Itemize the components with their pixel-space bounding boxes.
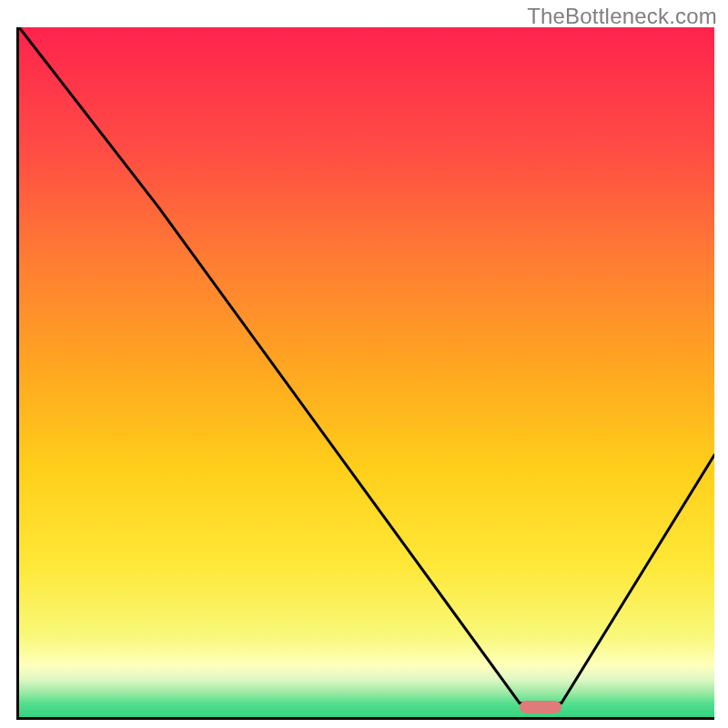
optimal-range-marker	[520, 701, 561, 713]
plot-area	[16, 27, 714, 720]
svg-rect-0	[19, 27, 714, 717]
gradient-background	[19, 27, 714, 717]
watermark-text: TheBottleneck.com	[527, 4, 717, 29]
chart-stage: TheBottleneck.com	[0, 0, 728, 728]
